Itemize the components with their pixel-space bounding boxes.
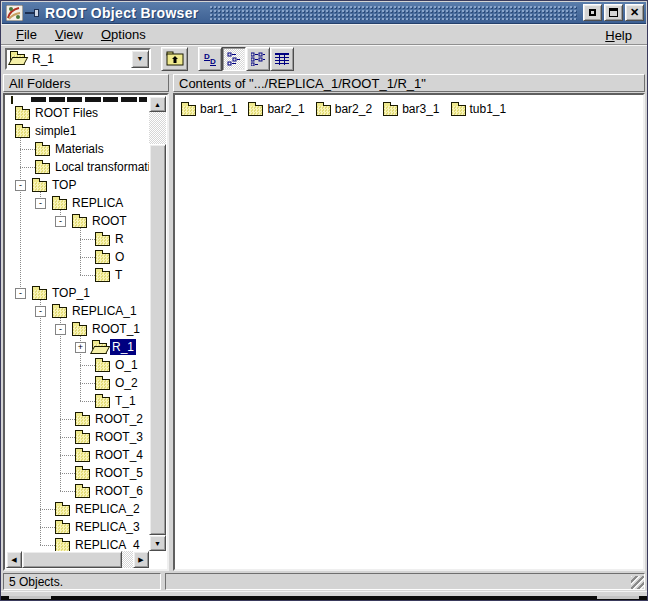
tree-item-replica-2[interactable]: REPLICA_2	[7, 500, 149, 518]
tree-connector-line	[80, 230, 95, 240]
tree-item-materials[interactable]: Materials	[7, 140, 149, 158]
collapse-minus-toggle[interactable]: -	[55, 216, 66, 227]
open-folder-icon	[92, 343, 107, 354]
tree-item-top-1[interactable]: -TOP_1	[7, 284, 149, 302]
scroll-left-button[interactable]: ◀	[6, 551, 22, 568]
list-view-button[interactable]	[246, 47, 270, 71]
tree-connector-line	[60, 464, 75, 474]
tree-item-r-1[interactable]: +R_1	[7, 338, 149, 356]
tree-item-label: ROOT_2	[93, 411, 145, 427]
closed-folder-icon	[52, 307, 67, 318]
content-item-tub1_1[interactable]: tub1_1	[451, 102, 507, 116]
closed-folder-icon	[55, 505, 70, 516]
pushpin-icon[interactable]	[25, 8, 41, 18]
tree-item-root-4[interactable]: ROOT_4	[7, 446, 149, 464]
folders-tree-panel: ROOT Filessimple1MaterialsLocal transfor…	[3, 93, 169, 571]
closed-folder-icon	[15, 109, 30, 120]
resize-grip[interactable]	[631, 576, 644, 589]
collapse-minus-toggle[interactable]: -	[15, 180, 26, 191]
collapse-minus-toggle[interactable]: -	[55, 324, 66, 335]
closed-folder-icon	[95, 361, 110, 372]
menu-file[interactable]: File	[7, 25, 46, 44]
frame-corner-handle-left[interactable]	[9, 596, 51, 599]
expand-plus-toggle[interactable]: +	[75, 342, 86, 353]
tree-item-o-1[interactable]: O_1	[7, 356, 149, 374]
tree-item-root-files[interactable]: ROOT Files	[7, 104, 149, 122]
tree-item-label: REPLICA_1	[70, 303, 139, 319]
frame-corner-handle-right[interactable]	[597, 596, 639, 599]
tree-item-top[interactable]: -TOP	[7, 176, 149, 194]
tree-item-replica-3[interactable]: REPLICA_3	[7, 518, 149, 536]
tree-item-root-6[interactable]: ROOT_6	[7, 482, 149, 500]
scroll-thumb[interactable]	[149, 144, 166, 535]
collapse-minus-toggle[interactable]: -	[35, 306, 46, 317]
frame-edge	[1, 596, 647, 600]
menu-help[interactable]: Help	[596, 26, 641, 45]
arrow-right-icon: ▶	[138, 556, 143, 564]
content-item-bar2_2[interactable]: bar2_2	[316, 102, 372, 116]
tree-item-label: TOP_1	[50, 285, 92, 301]
tree-item-label: ROOT_6	[93, 483, 145, 499]
tree-item-r[interactable]: R	[7, 230, 149, 248]
tree-item-replica-4[interactable]: REPLICA_4	[7, 536, 149, 551]
contents-column: Contents of ".../REPLICA_1/ROOT_1/R_1" b…	[173, 74, 645, 571]
combobox-dropdown-button[interactable]: ▼	[131, 50, 149, 68]
scroll-right-button[interactable]: ▶	[133, 551, 149, 568]
up-one-level-button[interactable]	[161, 47, 188, 71]
tree-connector-line	[60, 482, 75, 492]
tree-item-root-3[interactable]: ROOT_3	[7, 428, 149, 446]
closed-folder-icon	[95, 379, 110, 390]
close-button[interactable]: ✕	[625, 4, 644, 21]
tree-connector-line	[40, 518, 55, 528]
tree-item-root-2[interactable]: ROOT_2	[7, 410, 149, 428]
tree-item-label: O_1	[113, 357, 140, 373]
tree-item-root-5[interactable]: ROOT_5	[7, 464, 149, 482]
tree-item-label: O_2	[113, 375, 140, 391]
window-bottom-frame[interactable]	[1, 591, 647, 600]
tree-item-root-1[interactable]: -ROOT_1	[7, 320, 149, 338]
arrow-left-icon: ◀	[11, 556, 16, 564]
folders-panel-header: All Folders	[3, 74, 169, 92]
maximize-button[interactable]	[604, 4, 623, 21]
large-icons-button[interactable]: D D	[198, 47, 222, 71]
small-icons-button[interactable]	[222, 47, 246, 71]
titlebar-texture[interactable]	[209, 5, 577, 20]
tree-item-local-transformations[interactable]: Local transformations	[7, 158, 149, 176]
tree-vertical-scrollbar[interactable]: ▲ ▼	[149, 96, 166, 551]
contents-list: bar1_1bar2_1bar2_2bar3_1tub1_1	[175, 95, 643, 569]
tree-item-t-1[interactable]: T_1	[7, 392, 149, 410]
scroll-down-button[interactable]: ▼	[149, 535, 166, 551]
content-item-bar2_1[interactable]: bar2_1	[248, 102, 304, 116]
content-item-bar1_1[interactable]: bar1_1	[181, 102, 237, 116]
folders-column: All Folders ROOT Filessimple1MaterialsLo…	[3, 74, 169, 571]
arrow-up-icon: ▲	[154, 101, 161, 108]
scroll-thumb[interactable]	[22, 551, 122, 568]
tree-item-replica[interactable]: -REPLICA	[7, 194, 149, 212]
tree-item-o-2[interactable]: O_2	[7, 374, 149, 392]
menu-view[interactable]: View	[46, 25, 92, 44]
menu-options[interactable]: Options	[92, 25, 155, 44]
tree-connector-line	[40, 536, 55, 546]
closed-folder-icon	[95, 271, 110, 282]
minimize-button[interactable]	[583, 4, 602, 21]
title-bar[interactable]: ROOT Object Browser ✕	[2, 2, 646, 24]
tree-connector-line	[40, 293, 41, 545]
scroll-track[interactable]	[149, 112, 166, 144]
tree-item-clipped[interactable]	[7, 96, 149, 104]
tree-item-o[interactable]: O	[7, 248, 149, 266]
scroll-up-button[interactable]: ▲	[149, 96, 166, 112]
closed-folder-icon	[95, 235, 110, 246]
tree-item-t[interactable]: T	[7, 266, 149, 284]
chevron-down-icon: ▼	[137, 55, 144, 62]
tree-horizontal-scrollbar[interactable]: ◀ ▶	[6, 551, 149, 568]
details-view-button[interactable]	[270, 47, 294, 71]
collapse-minus-toggle[interactable]: -	[15, 288, 26, 299]
folder-combobox[interactable]: R_1 ▼	[5, 48, 151, 70]
tree-item-root[interactable]: -ROOT	[7, 212, 149, 230]
collapse-minus-toggle[interactable]: -	[35, 198, 46, 209]
tree-item-simple1[interactable]: simple1	[7, 122, 149, 140]
closed-folder-icon	[55, 523, 70, 534]
scroll-track[interactable]	[122, 551, 133, 568]
tree-item-replica-1[interactable]: -REPLICA_1	[7, 302, 149, 320]
content-item-bar3_1[interactable]: bar3_1	[383, 102, 439, 116]
